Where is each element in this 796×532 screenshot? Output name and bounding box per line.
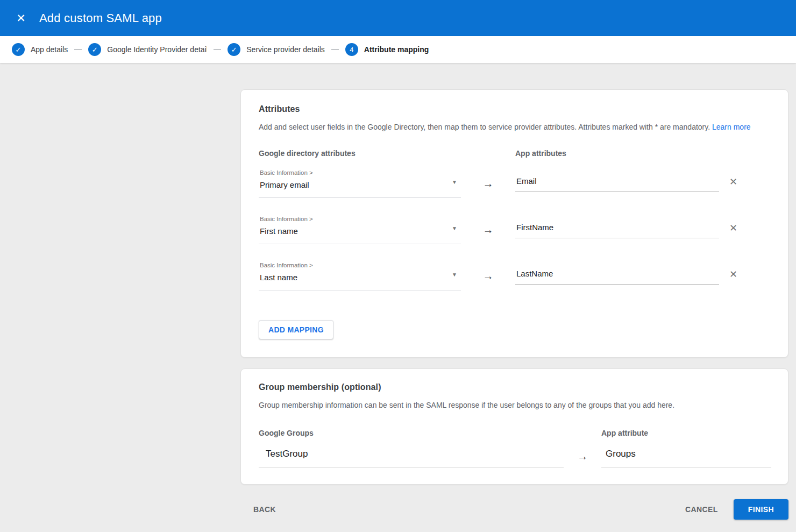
checkmark-icon: ✓	[92, 46, 98, 53]
mapping-row-first-name: Basic Information > First name ▼ → First…	[259, 216, 770, 244]
app-attribute-input[interactable]: FirstName	[515, 223, 719, 238]
attribute-category-label: Basic Information >	[260, 216, 461, 222]
step-separator	[331, 49, 339, 50]
mapping-row-primary-email: Basic Information > Primary email ▼ → Em…	[259, 169, 770, 198]
learn-more-link[interactable]: Learn more	[712, 123, 751, 131]
google-groups-input[interactable]: TestGroup	[259, 449, 564, 467]
google-directory-attributes-header: Google directory attributes	[259, 149, 461, 158]
app-attribute-header: App attribute	[601, 429, 771, 437]
mapping-row-last-name: Basic Information > Last name ▼ → LastNa…	[259, 262, 770, 290]
app-attribute-input[interactable]: Email	[515, 176, 719, 192]
google-attribute-value: Last name	[260, 273, 461, 282]
attributes-card-description: Add and select user fields in the Google…	[259, 123, 770, 131]
step-complete-icon: ✓	[228, 43, 240, 56]
attributes-card: Attributes Add and select user fields in…	[240, 89, 788, 358]
step-label: Service provider details	[246, 45, 325, 54]
app-attribute-input[interactable]: LastName	[515, 269, 719, 285]
step-service-provider-details[interactable]: ✓ Service provider details	[228, 43, 325, 56]
chevron-down-icon[interactable]: ▼	[452, 179, 457, 185]
mapping-arrow-icon: →	[461, 216, 515, 244]
step-google-idp-details[interactable]: ✓ Google Identity Provider details	[88, 43, 207, 56]
finish-button[interactable]: FINISH	[734, 499, 788, 520]
footer-actions: BACK CANCEL FINISH	[240, 499, 788, 520]
mapping-column-headers: Google directory attributes App attribut…	[259, 149, 770, 158]
group-card-title: Group membership (optional)	[259, 382, 770, 392]
attributes-card-title: Attributes	[259, 104, 770, 114]
google-attribute-value: Primary email	[260, 180, 461, 189]
step-attribute-mapping[interactable]: 4 Attribute mapping	[345, 43, 429, 56]
step-number-badge: 4	[345, 43, 358, 56]
chevron-down-icon[interactable]: ▼	[452, 225, 457, 231]
remove-mapping-icon[interactable]: ✕	[729, 177, 737, 198]
google-groups-header: Google Groups	[259, 429, 564, 437]
attribute-category-label: Basic Information >	[260, 169, 461, 176]
step-complete-icon: ✓	[88, 43, 101, 56]
mapping-arrow-icon: →	[564, 449, 601, 467]
app-attributes-header: App attributes	[515, 149, 719, 158]
add-mapping-button[interactable]: ADD MAPPING	[259, 320, 333, 339]
step-complete-icon: ✓	[12, 43, 25, 56]
step-number: 4	[350, 46, 353, 54]
attribute-category-label: Basic Information >	[260, 262, 461, 268]
dialog-title: Add custom SAML app	[39, 11, 162, 25]
group-card-description: Group membership information can be sent…	[259, 401, 770, 409]
mapping-arrow-icon: →	[461, 169, 515, 198]
step-label: Google Identity Provider details	[107, 45, 207, 54]
chevron-down-icon[interactable]: ▼	[452, 272, 457, 278]
group-column-headers: Google Groups App attribute	[259, 429, 770, 437]
google-attribute-value: First name	[260, 226, 461, 236]
google-attribute-select[interactable]: Basic Information > First name ▼	[259, 216, 461, 244]
group-membership-card: Group membership (optional) Group member…	[240, 368, 788, 485]
step-label: App details	[31, 45, 68, 54]
back-button[interactable]: BACK	[252, 500, 277, 519]
mapping-rows: Basic Information > Primary email ▼ → Em…	[259, 169, 770, 290]
description-text: Add and select user fields in the Google…	[259, 123, 710, 131]
mapping-arrow-icon: →	[461, 262, 515, 290]
wizard-stepper: ✓ App details ✓ Google Identity Provider…	[0, 36, 796, 63]
step-separator	[214, 49, 221, 50]
group-mapping-row: TestGroup → Groups	[259, 449, 770, 467]
step-label: Attribute mapping	[364, 45, 429, 54]
cancel-button[interactable]: CANCEL	[684, 500, 719, 519]
app-bar: ✕ Add custom SAML app	[0, 0, 796, 36]
google-attribute-select[interactable]: Basic Information > Last name ▼	[259, 262, 461, 290]
step-separator	[74, 49, 82, 50]
remove-mapping-icon[interactable]: ✕	[729, 269, 737, 290]
checkmark-icon: ✓	[16, 46, 22, 53]
main-content: Attributes Add and select user fields in…	[0, 63, 796, 520]
step-app-details[interactable]: ✓ App details	[12, 43, 68, 56]
close-icon[interactable]: ✕	[11, 9, 31, 28]
checkmark-icon: ✓	[231, 46, 237, 53]
google-attribute-select[interactable]: Basic Information > Primary email ▼	[259, 169, 461, 198]
remove-mapping-icon[interactable]: ✕	[729, 223, 737, 244]
group-app-attribute-input[interactable]: Groups	[601, 449, 771, 467]
